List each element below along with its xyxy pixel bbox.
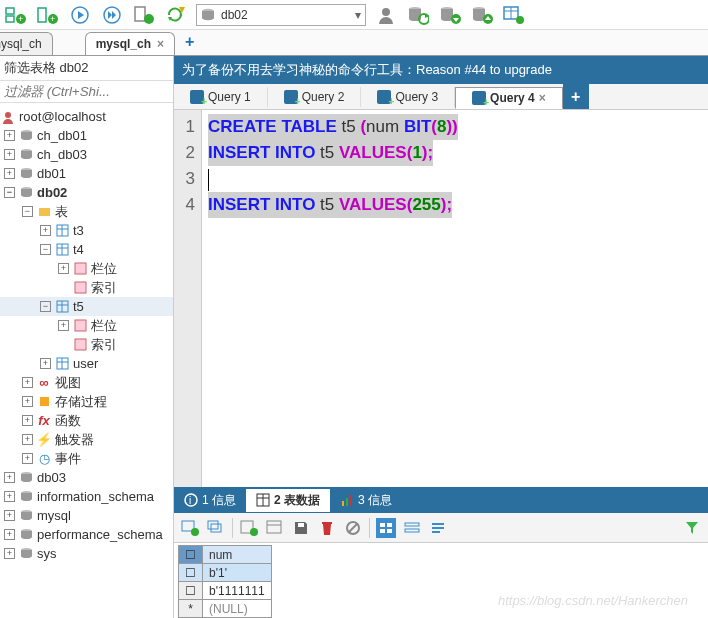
tree-indexes[interactable]: 索引 <box>0 278 173 297</box>
tree-db[interactable]: +mysql <box>0 506 173 525</box>
grid-col-header[interactable]: num <box>203 546 272 564</box>
grid-check-all[interactable]: ☐ <box>179 546 203 564</box>
database-icon <box>20 490 33 503</box>
tree-table[interactable]: +user <box>0 354 173 373</box>
query-icon <box>377 90 391 104</box>
query-tab-3[interactable]: Query 3 <box>361 87 455 107</box>
result-tab-info[interactable]: i1 信息 <box>174 489 246 512</box>
upgrade-banner[interactable]: 为了备份不用去学习神秘的命令行工具：Reason #44 to upgrade <box>174 56 708 84</box>
filter-input[interactable] <box>4 84 169 99</box>
tree-table-selected[interactable]: −t5 <box>0 297 173 316</box>
fast-forward-icon[interactable] <box>100 3 124 27</box>
database-icon <box>20 167 33 180</box>
file-tab-bar: mysql_ch mysql_ch × + <box>0 30 708 56</box>
svg-rect-44 <box>75 282 86 293</box>
tree-db[interactable]: +db03 <box>0 468 173 487</box>
svg-rect-81 <box>380 529 385 533</box>
db-export-icon[interactable] <box>470 3 494 27</box>
table-icon <box>56 243 69 256</box>
grid-refresh-icon[interactable] <box>239 518 259 538</box>
tree-root[interactable]: root@localhost <box>0 107 173 126</box>
tree-table[interactable]: −t4 <box>0 240 173 259</box>
views-icon: ∞ <box>36 375 52 390</box>
tree-db[interactable]: +sys <box>0 544 173 563</box>
tree-triggers[interactable]: +⚡触发器 <box>0 430 173 449</box>
tree-indexes[interactable]: 索引 <box>0 335 173 354</box>
trigger-icon: ⚡ <box>36 432 52 447</box>
play-icon[interactable] <box>68 3 92 27</box>
file-tab-active[interactable]: mysql_ch × <box>85 32 175 55</box>
view-grid-icon[interactable] <box>376 518 396 538</box>
svg-marker-10 <box>108 11 112 19</box>
cancel-icon[interactable] <box>343 518 363 538</box>
tree-db[interactable]: +performance_schema <box>0 525 173 544</box>
save-icon[interactable] <box>291 518 311 538</box>
tree-views[interactable]: +∞视图 <box>0 373 173 392</box>
file-tab-left[interactable]: mysql_ch <box>0 32 53 55</box>
refresh-warning-icon[interactable] <box>164 3 188 27</box>
grid-cell-null[interactable]: (NULL) <box>203 600 272 618</box>
tree-columns[interactable]: +栏位 <box>0 259 173 278</box>
new-tab-button[interactable]: + <box>177 29 202 55</box>
table-icon <box>56 224 69 237</box>
run-all-icon[interactable]: + <box>36 3 60 27</box>
tree-db[interactable]: +ch_db01 <box>0 126 173 145</box>
tree-db[interactable]: +db01 <box>0 164 173 183</box>
index-icon <box>74 338 87 351</box>
stats-icon <box>340 493 354 507</box>
info-icon: i <box>184 493 198 507</box>
query-tab-1[interactable]: Query 1 <box>174 87 268 107</box>
add-row-icon[interactable] <box>180 518 200 538</box>
db-import-icon[interactable] <box>438 3 462 27</box>
query-icon <box>472 91 486 105</box>
table-add-icon[interactable] <box>502 3 526 27</box>
sql-editor[interactable]: 1234 CREATE TABLE t5 (num BIT(8)) INSERT… <box>174 110 708 487</box>
query-tab-2[interactable]: Query 2 <box>268 87 362 107</box>
execute-script-icon[interactable] <box>132 3 156 27</box>
code-line-2: INSERT INTO t5 VALUES(1); <box>208 140 433 166</box>
svg-point-13 <box>144 14 154 24</box>
editor-pane: 为了备份不用去学习神秘的命令行工具：Reason #44 to upgrade … <box>174 56 708 618</box>
close-icon[interactable]: × <box>157 37 164 51</box>
tree-procs[interactable]: +存储过程 <box>0 392 173 411</box>
grid-row-check[interactable]: ☐ <box>179 582 203 600</box>
tree-db[interactable]: +information_schema <box>0 487 173 506</box>
grid-row-check[interactable]: ☐ <box>179 564 203 582</box>
view-text-icon[interactable] <box>428 518 448 538</box>
table-icon <box>56 357 69 370</box>
tree-funcs[interactable]: +fx函数 <box>0 411 173 430</box>
db-refresh-icon[interactable] <box>406 3 430 27</box>
tree-table[interactable]: +t3 <box>0 221 173 240</box>
svg-rect-69 <box>208 521 218 529</box>
result-toolbar <box>174 513 708 543</box>
database-icon <box>20 148 33 161</box>
filter-icon[interactable] <box>682 518 702 538</box>
result-tab-data[interactable]: 2 表数据 <box>246 489 330 512</box>
query-tab-add[interactable]: + <box>563 84 589 109</box>
tree-db[interactable]: +ch_db03 <box>0 145 173 164</box>
event-icon: ◷ <box>36 451 52 466</box>
db-selector[interactable]: db02 ▾ <box>196 4 366 26</box>
grid-cell[interactable]: b'1111111 <box>203 582 272 600</box>
run-selection-icon[interactable]: + <box>4 3 28 27</box>
svg-rect-66 <box>350 495 352 506</box>
tree-tables[interactable]: −表 <box>0 202 173 221</box>
tree-events[interactable]: +◷事件 <box>0 449 173 468</box>
svg-rect-4 <box>38 8 46 22</box>
svg-point-17 <box>382 8 390 16</box>
dup-row-icon[interactable] <box>206 518 226 538</box>
user-icon[interactable] <box>374 3 398 27</box>
data-grid[interactable]: ☐num ☐b'1' ☐b'1111111 *(NULL) <box>178 545 272 618</box>
svg-rect-49 <box>75 339 86 350</box>
result-tab-info2[interactable]: 3 信息 <box>330 489 402 512</box>
database-icon <box>20 509 33 522</box>
grid-options-icon[interactable] <box>265 518 285 538</box>
delete-icon[interactable] <box>317 518 337 538</box>
close-icon[interactable]: × <box>539 91 546 105</box>
tree-columns[interactable]: +栏位 <box>0 316 173 335</box>
code-line-4: INSERT INTO t5 VALUES(255); <box>208 192 452 218</box>
query-tab-4[interactable]: Query 4× <box>455 87 563 109</box>
view-form-icon[interactable] <box>402 518 422 538</box>
grid-cell[interactable]: b'1' <box>203 564 272 582</box>
tree-db-active[interactable]: −db02 <box>0 183 173 202</box>
